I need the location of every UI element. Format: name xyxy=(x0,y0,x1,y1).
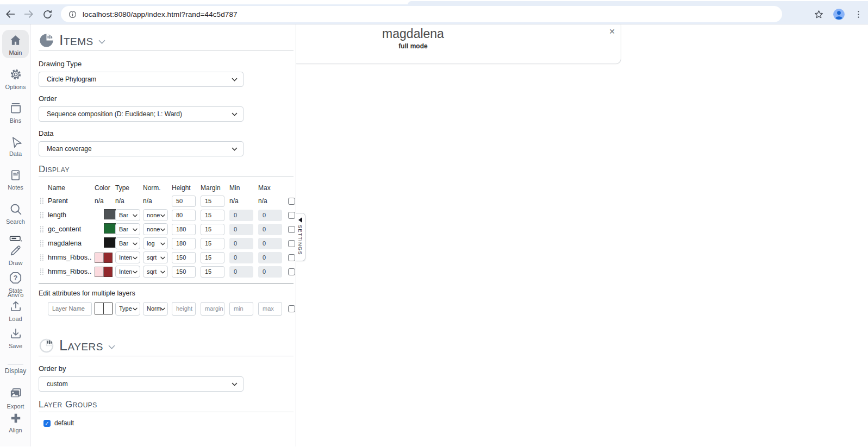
color-swatch[interactable] xyxy=(104,267,113,277)
sidebar-item-label: Draw xyxy=(0,260,31,266)
sidebar-item-export[interactable]: Export xyxy=(0,387,31,410)
profile-avatar-icon[interactable] xyxy=(832,8,846,21)
layer-name: hmms_Ribos... xyxy=(48,268,92,275)
sidebar-item-load[interactable]: Load xyxy=(0,299,31,322)
layer-row-checkbox[interactable] xyxy=(288,254,295,261)
layer-height-input[interactable] xyxy=(172,266,196,278)
layer-height-input[interactable] xyxy=(172,238,196,249)
sidebar-item-save[interactable]: Save xyxy=(0,326,31,349)
sidebar-item-state[interactable]: ?StateAnvi'o xyxy=(0,270,31,298)
sidebar-item-draw[interactable]: Draw xyxy=(0,234,31,266)
layer-margin-input[interactable] xyxy=(201,252,224,263)
svg-text:?: ? xyxy=(14,274,18,282)
layer-margin-input[interactable] xyxy=(201,196,224,207)
sidebar-item-display[interactable]: Display xyxy=(0,367,31,375)
bookmark-star-icon[interactable] xyxy=(813,9,825,20)
multi-row-checkbox[interactable] xyxy=(288,305,295,312)
forward-arrow-icon xyxy=(23,8,35,20)
chevron-down-icon[interactable] xyxy=(98,37,105,47)
order-select[interactable]: Sequence composition (D: Euclidean; L: W… xyxy=(39,106,243,122)
drag-handle-icon[interactable] xyxy=(39,197,45,205)
sidebar-item-main[interactable]: Main xyxy=(2,30,29,58)
layer-type-select[interactable]: Inten xyxy=(115,266,140,278)
url-bar[interactable]: localhost:8080/app/index.html?rand=44c5d… xyxy=(61,6,782,22)
chevron-down-icon[interactable] xyxy=(108,342,115,352)
drag-handle-icon[interactable] xyxy=(39,211,45,219)
color-swatch[interactable] xyxy=(95,303,104,314)
sidebar-item-search[interactable]: Search xyxy=(0,202,31,225)
multi-margin-input[interactable] xyxy=(201,302,224,316)
layer-height-input[interactable] xyxy=(172,224,196,235)
layer-norm-select[interactable]: none xyxy=(143,223,168,235)
sidebar-item-data[interactable]: Data xyxy=(0,135,31,157)
forward-button[interactable] xyxy=(21,6,37,22)
layer-type-select[interactable]: Bar xyxy=(115,209,140,221)
layer-color-cell xyxy=(95,267,113,277)
layer-margin-input[interactable] xyxy=(201,210,224,221)
layer-row-checkbox[interactable] xyxy=(288,212,295,219)
layer-row-checkbox[interactable] xyxy=(288,226,295,233)
layer-type-select[interactable]: Bar xyxy=(115,237,140,249)
layer-group-checkbox[interactable]: ✓ xyxy=(43,420,51,427)
layer-margin-input[interactable] xyxy=(201,238,224,249)
layer-height-input[interactable] xyxy=(172,196,196,207)
color-swatch[interactable] xyxy=(95,267,104,277)
multi-color-swatches[interactable] xyxy=(95,303,113,314)
color-swatch[interactable] xyxy=(104,209,116,219)
multi-max-input[interactable] xyxy=(258,302,282,316)
back-button[interactable] xyxy=(2,6,18,22)
drag-handle-icon[interactable] xyxy=(39,268,45,275)
layer-row-checkbox[interactable] xyxy=(288,268,295,275)
multi-height-input[interactable] xyxy=(172,302,196,316)
layer-max-input xyxy=(258,252,282,263)
drawing-type-select[interactable]: Circle Phylogram xyxy=(39,72,243,87)
layer-row-checkbox[interactable] xyxy=(288,198,295,205)
url-text[interactable]: localhost:8080/app/index.html?rand=44c5d… xyxy=(83,10,238,18)
order-by-select[interactable]: custom xyxy=(39,376,243,392)
layer-norm-select[interactable]: sqrt xyxy=(143,266,168,278)
drag-handle-icon[interactable] xyxy=(39,240,45,247)
data-select[interactable]: Mean coverage xyxy=(39,141,243,156)
layer-norm-select[interactable]: none xyxy=(143,209,168,221)
layer-margin-input[interactable] xyxy=(201,266,224,278)
gear-icon xyxy=(9,67,23,81)
layer-margin-input[interactable] xyxy=(201,224,224,235)
sidebar-item-notes[interactable]: Notes xyxy=(0,168,31,191)
layer-type-select: n/a xyxy=(115,197,140,205)
layer-type-select[interactable]: Bar xyxy=(115,223,140,235)
pencil-icon xyxy=(9,244,22,257)
menu-kebab-icon[interactable] xyxy=(853,9,864,20)
layer-max-input xyxy=(258,266,282,278)
settings-collapse-tab[interactable]: SETTINGS xyxy=(296,213,305,261)
layer-row-checkbox[interactable] xyxy=(288,240,295,247)
multi-min-input[interactable] xyxy=(229,302,253,316)
bin-icon xyxy=(9,101,23,115)
color-swatch[interactable] xyxy=(104,303,113,314)
drag-handle-icon[interactable] xyxy=(39,254,45,261)
drag-handle-icon[interactable] xyxy=(39,225,45,233)
reload-button[interactable] xyxy=(39,6,55,22)
multi-type-select[interactable]: Type xyxy=(115,302,140,316)
color-swatch[interactable] xyxy=(104,253,113,263)
close-icon[interactable]: ✕ xyxy=(609,27,615,36)
color-swatch[interactable] xyxy=(95,253,104,263)
color-swatch[interactable] xyxy=(104,237,116,248)
color-swatch[interactable] xyxy=(104,223,116,234)
layer-height-input[interactable] xyxy=(172,252,196,263)
sidebar-item-align[interactable]: Align xyxy=(0,412,31,433)
layer-color-cell xyxy=(95,237,113,250)
layer-norm-select[interactable]: log xyxy=(143,237,168,249)
layer-type-select[interactable]: Inten xyxy=(115,251,140,263)
sidebar-item-options[interactable]: Options xyxy=(0,67,31,90)
download-icon xyxy=(9,326,23,341)
multi-norm-select[interactable]: Norm xyxy=(143,302,168,316)
layer-color-cell: n/a xyxy=(95,197,113,205)
layer-name-input[interactable] xyxy=(48,302,92,316)
sidebar-item-bins[interactable]: Bins xyxy=(0,101,31,124)
site-info-icon[interactable] xyxy=(68,10,77,19)
layer-norm-select[interactable]: sqrt xyxy=(143,251,168,263)
layer-color-cell xyxy=(95,253,113,263)
layer-height-input[interactable] xyxy=(172,210,196,221)
sidebar-item-label: Save xyxy=(0,343,31,349)
chevron-down-icon xyxy=(232,379,238,389)
